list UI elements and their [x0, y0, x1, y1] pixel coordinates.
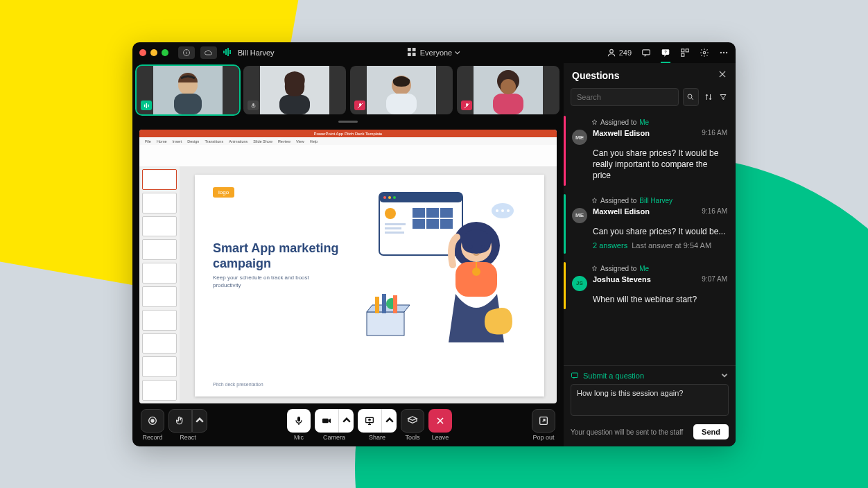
qa-icon: ? [661, 48, 670, 58]
filter-button[interactable] [718, 88, 729, 106]
priority-stripe [564, 116, 566, 186]
svg-rect-1 [186, 52, 187, 54]
shared-presentation: PowerPoint App Pitch Deck Template FileH… [139, 130, 557, 403]
camera-button[interactable] [315, 409, 338, 433]
tools-button[interactable] [401, 409, 424, 433]
participant-count: 249 [619, 49, 632, 57]
grid-icon[interactable] [408, 48, 416, 58]
slide-thumb[interactable] [142, 169, 177, 190]
slide-thumb[interactable] [142, 356, 177, 377]
window-controls[interactable] [139, 49, 168, 56]
question-item[interactable]: Assigned to MeMEMaxwell Edison9:16 AMCan… [564, 112, 736, 190]
tools-label: Tools [405, 434, 419, 441]
participant-tile[interactable] [457, 66, 559, 114]
apps-button[interactable] [680, 48, 690, 58]
slide-thumbnails[interactable] [139, 166, 180, 403]
cloud-button[interactable] [200, 46, 217, 59]
svg-line-86 [692, 98, 694, 101]
leave-button[interactable] [428, 409, 452, 433]
close-dot-icon[interactable] [139, 49, 146, 56]
slide-thumb[interactable] [142, 193, 177, 214]
chat-button[interactable] [641, 48, 651, 58]
question-time: 9:16 AM [702, 207, 727, 216]
record-button[interactable] [141, 409, 164, 433]
slide-title: Smart App marketing campaign [213, 241, 345, 271]
slide-subtitle: Keep your schedule on track and boost pr… [213, 274, 331, 290]
search-button[interactable] [683, 88, 699, 106]
svg-rect-51 [385, 227, 401, 229]
powerpoint-titlebar: PowerPoint App Pitch Deck Template [139, 130, 557, 137]
question-text: Can you share prices? It would be really… [593, 148, 727, 182]
avatar: ME [572, 208, 587, 223]
question-author: Maxwell Edison9:16 AM [593, 207, 727, 216]
qa-button[interactable]: ? [661, 48, 670, 58]
popout-button[interactable] [532, 409, 555, 433]
svg-rect-34 [386, 94, 417, 114]
question-item[interactable]: Assigned to MeJSJoshua Stevens9:07 AMWhe… [564, 258, 736, 313]
svg-rect-50 [385, 223, 406, 225]
svg-rect-6 [229, 50, 231, 54]
participants-button[interactable]: 249 [607, 48, 632, 58]
svg-rect-17 [682, 53, 684, 56]
send-button[interactable]: Send [693, 424, 729, 439]
svg-rect-2 [186, 51, 187, 51]
svg-point-21 [726, 52, 727, 53]
svg-rect-27 [148, 104, 148, 107]
sort-button[interactable] [703, 88, 714, 106]
slide-thumb[interactable] [142, 380, 177, 401]
layout-dropdown[interactable]: Everyone [420, 49, 460, 57]
minimize-dot-icon[interactable] [150, 49, 157, 56]
close-panel-button[interactable] [718, 69, 727, 82]
question-item[interactable]: Assigned to Bill HarveyMEMaxwell Edison9… [564, 190, 736, 258]
zoom-dot-icon[interactable] [162, 49, 168, 56]
more-button[interactable] [719, 48, 729, 58]
slide-thumb[interactable] [142, 216, 177, 237]
participant-tile[interactable] [137, 66, 239, 114]
svg-rect-26 [146, 103, 146, 107]
submit-question-toggle[interactable]: Submit a question [571, 372, 729, 380]
answers-summary[interactable]: 2 answersLast answer at 9:54 AM [593, 241, 727, 250]
svg-rect-8 [413, 48, 416, 51]
slide-thumb[interactable] [142, 333, 177, 354]
mic-off-icon [354, 101, 365, 110]
questions-panel: Questions Assigned to MeMEMaxwell Edison… [564, 63, 736, 446]
gear-icon [700, 48, 709, 58]
slide-thumb[interactable] [142, 286, 177, 307]
search-input[interactable] [571, 88, 679, 106]
info-button[interactable] [178, 46, 195, 59]
svg-rect-57 [426, 219, 439, 229]
share-menu-button[interactable] [381, 409, 397, 433]
settings-button[interactable] [700, 48, 709, 58]
svg-rect-77 [297, 417, 300, 421]
submit-label: Submit a question [583, 372, 644, 380]
react-menu-button[interactable] [192, 409, 207, 433]
participant-tile[interactable] [243, 66, 346, 114]
ellipsis-icon [719, 48, 729, 58]
meeting-window: Bill Harvey Everyone 249 ? [132, 42, 736, 446]
slide-thumb[interactable] [142, 263, 177, 284]
participant-tile[interactable] [350, 66, 453, 114]
share-button[interactable] [358, 409, 381, 433]
svg-point-85 [688, 94, 692, 98]
camera-menu-button[interactable] [338, 409, 354, 433]
react-button[interactable] [168, 409, 192, 433]
chat-icon [641, 48, 651, 58]
svg-rect-52 [385, 232, 404, 234]
slide-thumb[interactable] [142, 239, 177, 260]
pin-icon [591, 198, 598, 204]
audio-level-icon [223, 48, 232, 58]
titlebar: Bill Harvey Everyone 249 ? [132, 42, 736, 63]
svg-rect-56 [413, 219, 425, 229]
svg-point-11 [609, 49, 613, 53]
mic-button[interactable] [287, 409, 311, 433]
question-text: When will the webinar start? [593, 294, 727, 305]
svg-point-61 [501, 209, 504, 212]
svg-rect-58 [440, 219, 453, 229]
questions-header: Questions [572, 70, 619, 81]
slide-thumb[interactable] [142, 310, 177, 331]
pin-icon [591, 265, 598, 272]
question-input[interactable] [571, 384, 729, 416]
resize-handle[interactable] [132, 117, 564, 125]
svg-rect-71 [375, 297, 379, 313]
svg-point-46 [383, 196, 386, 199]
